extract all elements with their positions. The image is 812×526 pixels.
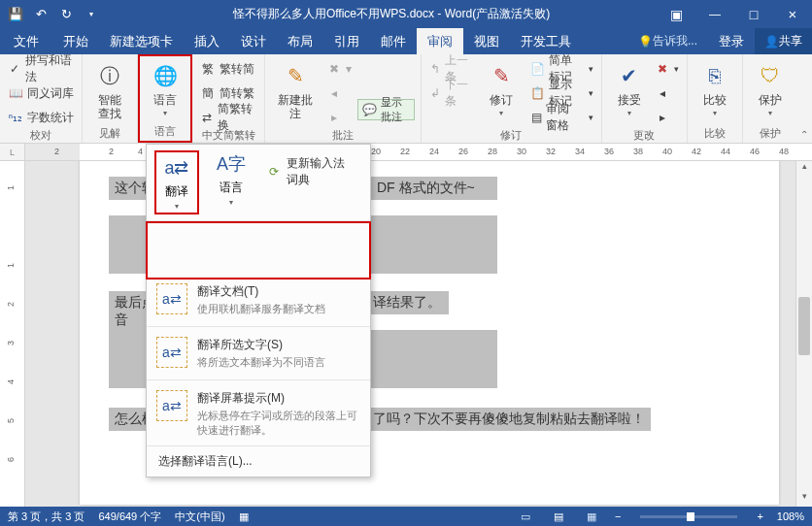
update-ime-button[interactable]: ⟳ 更新输入法词典 <box>259 150 364 193</box>
tab-insert[interactable]: 插入 <box>184 28 230 54</box>
show-comments-button[interactable]: 💬显示批注 <box>357 99 415 120</box>
chevron-down-icon: ▾ <box>713 109 717 117</box>
tab-file[interactable]: 文件 <box>0 28 52 54</box>
chevron-down-icon: ▾ <box>163 109 167 117</box>
translate-selection-icon: a⇄ <box>156 337 187 368</box>
next-change-btn2[interactable]: ▸ <box>653 107 681 128</box>
tab-view[interactable]: 视图 <box>463 28 510 54</box>
window-title: 怪不得那么多人用Office不用WPS.docx - Word(产品激活失败) <box>107 6 657 22</box>
thesaurus-icon: 📖 <box>8 85 23 101</box>
new-comment-button[interactable]: ✎ 新建批注 <box>271 56 320 120</box>
compare-button[interactable]: ⎘ 比较 ▾ <box>694 56 736 117</box>
document-area[interactable]: 这个软件支 DF 格式的文件~ 最后点音 译结果了。 怎么样？ 了吗？下次不要再… <box>25 161 795 507</box>
tab-mailings[interactable]: 邮件 <box>370 28 417 54</box>
zoom-out-icon[interactable]: − <box>615 510 621 522</box>
accept-button[interactable]: ✔ 接受 ▾ <box>608 56 651 117</box>
wordcount-icon: ⁿ₁₂ <box>8 110 23 125</box>
translate-selection-item[interactable]: a⇄ 翻译所选文字(S) 将所选文本翻译为不同语言 <box>147 329 370 378</box>
translate-button[interactable]: a⇄ 翻译 ▾ <box>154 150 199 214</box>
tab-newtab[interactable]: 新建选项卡 <box>99 28 184 54</box>
scroll-down-icon[interactable]: ▾ <box>796 491 812 507</box>
group-chinese-conversion: 繁繁转简 簡简转繁 ⇄简繁转换 中文简繁转换 <box>192 54 265 143</box>
refresh-icon: ⟳ <box>269 165 279 179</box>
doc-text: 了吗？下次不要再傻傻地复制粘贴去翻译啦！ <box>367 408 651 431</box>
delete-comment-button[interactable]: ✖▾ <box>324 58 354 80</box>
prev-comment-button[interactable]: ◂ <box>324 82 354 104</box>
smart-lookup-button[interactable]: ⓘ 智能 查找 <box>88 56 131 120</box>
scroll-up-icon[interactable]: ▴ <box>796 161 812 177</box>
doc-text: DF 格式的文件~ <box>371 177 497 200</box>
print-layout-icon[interactable]: ▤ <box>549 510 568 523</box>
word-count[interactable]: 649/649 个字 <box>98 510 161 524</box>
close-icon[interactable]: × <box>773 0 812 28</box>
save-icon[interactable]: 💾 <box>4 3 27 26</box>
scroll-thumb[interactable] <box>798 297 810 355</box>
language-dropdown: a⇄ 翻译 ▾ A字 语言 ▾ ⟳ 更新输入法词典 a⇄ 翻译文档(T) 使用联… <box>146 144 371 477</box>
track-changes-icon: ✎ <box>486 60 517 91</box>
spelling-button[interactable]: ✓拼写和语法 <box>6 58 76 80</box>
track-changes-button[interactable]: ✎ 修订 ▾ <box>480 56 523 117</box>
ribbon-options-icon[interactable]: ▣ <box>657 0 695 28</box>
maximize-icon[interactable]: □ <box>734 0 773 28</box>
share-button[interactable]: 👤 共享 <box>755 28 812 54</box>
tab-layout[interactable]: 布局 <box>277 28 323 54</box>
next-change-button[interactable]: ↲下一条 <box>427 82 474 104</box>
page-indicator[interactable]: 第 3 页，共 3 页 <box>8 510 85 524</box>
horizontal-ruler[interactable]: L 2 2 4 6 8 10 12 14 16 18 20 22 24 26 2… <box>0 144 812 161</box>
tab-review[interactable]: 审阅 <box>417 28 463 54</box>
conversion-icon: ⇄ <box>200 110 213 125</box>
separator <box>147 379 370 380</box>
macro-icon[interactable]: ▦ <box>239 510 249 523</box>
chevron-down-icon: ▾ <box>175 202 179 211</box>
collapse-ribbon-icon[interactable]: ⌃ <box>797 54 812 143</box>
translate-doc-icon: a⇄ <box>156 283 187 314</box>
language-settings-icon: A字 <box>215 150 248 178</box>
zoom-in-icon[interactable]: + <box>757 510 762 522</box>
read-mode-icon[interactable]: ▭ <box>516 510 535 523</box>
protect-button[interactable]: 🛡 保护 ▾ <box>749 56 792 117</box>
thesaurus-button[interactable]: 📖同义词库 <box>6 82 76 104</box>
delete-icon: ✖ <box>326 61 342 77</box>
smart-lookup-icon: ⓘ <box>94 60 125 91</box>
undo-icon[interactable]: ↶ <box>29 3 52 26</box>
translate-screentip-item[interactable]: a⇄ 翻译屏幕提示(M) 光标悬停在字词或所选的段落上可快速进行翻译。 <box>147 382 370 445</box>
language-settings-button[interactable]: A字 语言 ▾ <box>209 150 254 214</box>
vertical-scrollbar[interactable]: ▴ ▾ <box>795 161 812 507</box>
translate-document-item[interactable]: a⇄ 翻译文档(T) 使用联机翻译服务翻译文档 <box>147 276 370 324</box>
vertical-ruler[interactable]: 1 1 2 3 4 5 6 <box>0 161 25 507</box>
minimize-icon[interactable]: — <box>695 0 734 28</box>
new-comment-icon: ✎ <box>280 60 311 91</box>
window-controls: ▣ — □ × <box>657 0 812 28</box>
tell-me[interactable]: 💡 告诉我... <box>627 28 708 54</box>
doc-text: 译结果了。 <box>367 291 449 314</box>
group-label: 校对 <box>6 128 76 145</box>
web-layout-icon[interactable]: ▦ <box>582 510 601 523</box>
zoom-slider[interactable] <box>640 515 737 518</box>
tab-developer[interactable]: 开发工具 <box>510 28 582 54</box>
zoom-level[interactable]: 108% <box>777 510 804 522</box>
spelling-icon: ✓ <box>8 61 21 77</box>
redo-icon[interactable]: ↻ <box>54 3 78 26</box>
wordcount-button[interactable]: ⁿ₁₂字数统计 <box>6 107 76 128</box>
reviewing-pane-dropdown[interactable]: ▤审阅窗格▾ <box>528 107 594 128</box>
language-indicator[interactable]: 中文(中国) <box>175 510 224 524</box>
group-label: 语言 <box>144 124 186 141</box>
trad-to-simp-button[interactable]: 繁繁转简 <box>198 58 258 80</box>
tab-references[interactable]: 引用 <box>323 28 370 54</box>
login-button[interactable]: 登录 <box>708 28 755 54</box>
choose-translation-language-item[interactable]: 选择翻译语言(L)... <box>147 445 370 477</box>
language-button[interactable]: 🌐 语言 ▾ <box>144 56 186 117</box>
next-comment-button[interactable]: ▸ <box>324 107 354 128</box>
tab-design[interactable]: 设计 <box>230 28 277 54</box>
separator <box>147 326 370 327</box>
ruler-ticks: 2 2 4 6 8 10 12 14 16 18 20 22 24 26 28 … <box>25 144 812 160</box>
prev-change-btn2[interactable]: ◂ <box>653 82 681 104</box>
conversion-button[interactable]: ⇄简繁转换 <box>198 107 258 128</box>
zoom-knob[interactable] <box>687 512 694 521</box>
qat-dropdown-icon[interactable]: ▾ <box>80 3 103 26</box>
show-markup-icon: 📋 <box>530 85 545 101</box>
tab-home[interactable]: 开始 <box>52 28 99 54</box>
reject-button[interactable]: ✖▾ <box>653 58 681 80</box>
next-icon: ▸ <box>655 110 670 125</box>
markup-icon: 📄 <box>530 61 545 77</box>
